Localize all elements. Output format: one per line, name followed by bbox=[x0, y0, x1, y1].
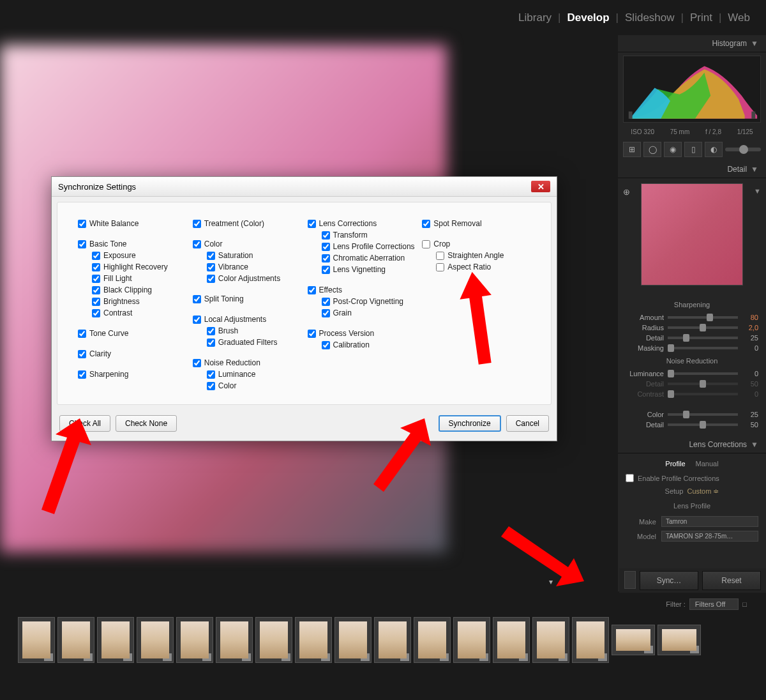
chk-clarity[interactable] bbox=[78, 350, 86, 358]
nr-color-slider[interactable] bbox=[668, 413, 738, 416]
chk-grain[interactable] bbox=[322, 309, 330, 317]
filmstrip-thumb[interactable] bbox=[334, 617, 372, 663]
chk-straighten[interactable] bbox=[436, 252, 444, 260]
chk-process-version[interactable] bbox=[308, 330, 316, 338]
nr-contrast-slider[interactable] bbox=[668, 393, 738, 395]
lens-header[interactable]: Lens Corrections▼ bbox=[618, 436, 766, 453]
detail-collapse-icon[interactable]: ▼ bbox=[754, 187, 761, 195]
filmstrip-thumb[interactable] bbox=[176, 617, 213, 663]
chk-transform[interactable] bbox=[322, 231, 330, 240]
chk-brightness[interactable] bbox=[92, 298, 100, 306]
check-none-button[interactable]: Check None bbox=[116, 415, 177, 432]
chk-chromatic[interactable] bbox=[322, 254, 330, 262]
chk-white-balance[interactable] bbox=[78, 220, 86, 228]
nr-colordetail-slider[interactable] bbox=[668, 423, 738, 426]
filmstrip-thumb[interactable] bbox=[493, 617, 530, 663]
sync-switch-icon[interactable] bbox=[624, 571, 636, 589]
dialog-title-text: Synchronize Settings bbox=[58, 182, 136, 192]
chk-lens-vignetting[interactable] bbox=[322, 266, 330, 274]
filmstrip-thumb[interactable] bbox=[57, 617, 94, 663]
chk-crop[interactable] bbox=[422, 240, 430, 248]
sharpening-amount-slider[interactable] bbox=[668, 316, 738, 319]
filmstrip-thumb[interactable] bbox=[572, 617, 609, 663]
tool-strength-slider[interactable] bbox=[725, 148, 761, 151]
chk-graduated-filters[interactable] bbox=[207, 339, 215, 347]
chk-noise-reduction[interactable] bbox=[193, 359, 201, 367]
lens-profile-tab[interactable]: Profile bbox=[665, 460, 685, 468]
filmstrip-thumb[interactable] bbox=[453, 617, 490, 663]
grad-tool-icon[interactable]: ▯ bbox=[684, 142, 702, 157]
crop-tool-icon[interactable]: ⊞ bbox=[623, 142, 641, 157]
filmstrip-thumb[interactable] bbox=[374, 617, 411, 663]
lens-model-select[interactable]: TAMRON SP 28-75m… bbox=[661, 531, 758, 542]
filter-lock-icon[interactable]: □ bbox=[742, 600, 747, 608]
synchronize-button[interactable]: Synchronize bbox=[439, 415, 501, 432]
filmstrip-thumb[interactable] bbox=[295, 617, 332, 663]
chk-highlight-recovery[interactable] bbox=[92, 263, 100, 271]
chk-lens-profile[interactable] bbox=[322, 243, 330, 251]
filmstrip-thumb[interactable] bbox=[657, 625, 701, 655]
chk-aspect[interactable] bbox=[436, 263, 444, 271]
reset-button[interactable]: Reset bbox=[702, 571, 761, 590]
chk-split-toning[interactable] bbox=[193, 295, 201, 303]
enable-profile-checkbox[interactable] bbox=[626, 474, 634, 482]
filmstrip-thumb[interactable] bbox=[216, 617, 253, 663]
filmstrip-thumb[interactable] bbox=[97, 617, 134, 663]
filmstrip-thumb[interactable] bbox=[137, 617, 174, 663]
detail-target-icon[interactable]: ⊕ bbox=[623, 187, 630, 197]
chk-saturation[interactable] bbox=[207, 252, 215, 260]
redeye-tool-icon[interactable]: ◉ bbox=[664, 142, 682, 157]
nav-print[interactable]: Print bbox=[687, 11, 716, 24]
chk-contrast[interactable] bbox=[92, 309, 100, 317]
sharpening-masking-slider[interactable] bbox=[668, 347, 738, 349]
chk-basic-tone[interactable] bbox=[78, 240, 86, 248]
chk-local-adjustments[interactable] bbox=[193, 316, 201, 324]
lens-setup-select[interactable]: Custom ≑ bbox=[687, 487, 719, 495]
filmstrip-thumb[interactable] bbox=[612, 625, 655, 655]
chk-fill-light[interactable] bbox=[92, 275, 100, 283]
filmstrip-thumb[interactable] bbox=[255, 617, 292, 663]
nav-web[interactable]: Web bbox=[725, 11, 753, 24]
nav-library[interactable]: Library bbox=[515, 11, 555, 24]
chk-treatment[interactable] bbox=[193, 220, 201, 228]
chk-color-adjustments[interactable] bbox=[207, 275, 215, 283]
cancel-button[interactable]: Cancel bbox=[506, 415, 549, 432]
chk-lens-corrections[interactable] bbox=[308, 220, 316, 228]
chk-color[interactable] bbox=[193, 240, 201, 248]
loupe-options-icon[interactable]: ▾ bbox=[549, 577, 553, 586]
chk-nr-color[interactable] bbox=[207, 382, 215, 390]
histogram[interactable] bbox=[623, 56, 761, 123]
sharpening-radius-slider[interactable] bbox=[668, 326, 738, 329]
chk-vibrance[interactable] bbox=[207, 263, 215, 271]
check-all-button[interactable]: Check All bbox=[59, 415, 110, 432]
filter-select[interactable]: Filters Off bbox=[689, 598, 739, 610]
brush-tool-icon[interactable]: ◐ bbox=[705, 142, 723, 157]
chk-tone-curve[interactable] bbox=[78, 330, 86, 338]
filmstrip-thumb[interactable] bbox=[18, 617, 55, 663]
nav-slideshow[interactable]: Slideshow bbox=[622, 11, 678, 24]
detail-preview[interactable] bbox=[641, 183, 743, 285]
chk-brush[interactable] bbox=[207, 327, 215, 335]
filmstrip bbox=[0, 614, 766, 667]
chk-luminance[interactable] bbox=[207, 370, 215, 379]
lens-manual-tab[interactable]: Manual bbox=[696, 460, 719, 468]
sharpening-detail-slider[interactable] bbox=[668, 337, 738, 339]
chk-effects[interactable] bbox=[308, 286, 316, 294]
chk-exposure[interactable] bbox=[92, 252, 100, 260]
filmstrip-thumb[interactable] bbox=[532, 617, 569, 663]
spot-tool-icon[interactable]: ◯ bbox=[643, 142, 661, 157]
histogram-header[interactable]: Histogram▼ bbox=[618, 35, 766, 52]
sync-button[interactable]: Sync… bbox=[640, 571, 698, 590]
close-icon[interactable]: ✕ bbox=[531, 181, 550, 192]
filmstrip-thumb[interactable] bbox=[414, 617, 451, 663]
nr-luminance-slider[interactable] bbox=[668, 372, 738, 375]
chk-sharpening[interactable] bbox=[78, 370, 86, 379]
nav-develop[interactable]: Develop bbox=[564, 11, 612, 24]
lens-make-select[interactable]: Tamron bbox=[661, 516, 758, 527]
nr-detail-slider[interactable] bbox=[668, 383, 738, 385]
detail-header[interactable]: Detail▼ bbox=[618, 161, 766, 178]
chk-calibration[interactable] bbox=[322, 341, 330, 349]
chk-spot-removal[interactable] bbox=[422, 220, 430, 228]
chk-post-crop[interactable] bbox=[322, 298, 330, 306]
chk-black-clipping[interactable] bbox=[92, 286, 100, 294]
